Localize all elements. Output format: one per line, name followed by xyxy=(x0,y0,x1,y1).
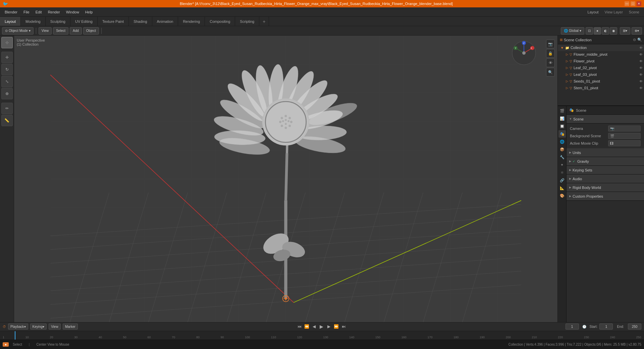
camera-value[interactable]: 📷 xyxy=(608,126,641,132)
outliner-item-flower-middle[interactable]: ▷ ▽ Flower_middle_pivot 👁 xyxy=(558,51,644,58)
outliner-filter-btn[interactable]: ⊝ xyxy=(633,38,636,42)
section-custom-props[interactable]: ▶ Custom Properties xyxy=(567,192,644,201)
jump-end-btn[interactable]: ⏭ xyxy=(340,323,347,330)
outliner-item-leaf02[interactable]: ▷ ▽ Leaf_02_pivot 👁 xyxy=(558,64,644,71)
object-props-icon[interactable]: 📦 xyxy=(558,146,566,153)
world-props-icon[interactable]: 🌐 xyxy=(558,138,566,145)
outliner-item-stem[interactable]: ▷ ▽ Stem_01_pivot 👁 xyxy=(558,85,644,91)
tab-rendering[interactable]: Rendering xyxy=(178,17,205,26)
select-menu[interactable]: Select xyxy=(53,27,68,35)
tab-animation[interactable]: Animation xyxy=(152,17,178,26)
constraints-icon[interactable]: 🔗 xyxy=(558,177,566,184)
maximize-button[interactable]: □ xyxy=(631,1,635,6)
data-icon[interactable]: 📐 xyxy=(558,184,566,192)
object-mode-dropdown[interactable]: ⊙ Object Mode ▾ xyxy=(2,27,34,35)
tab-uv-editing[interactable]: UV Editing xyxy=(70,17,98,26)
camera-view-btn[interactable]: 📷 xyxy=(546,40,555,48)
tab-scripting[interactable]: Scripting xyxy=(235,17,259,26)
outliner-search-btn[interactable]: 🔍 xyxy=(637,38,642,42)
render-btn[interactable]: ◉ xyxy=(610,27,617,35)
menu-render[interactable]: Render xyxy=(45,9,63,15)
viewport-3d[interactable]: User Perspective (1) Collection X Y Z xyxy=(14,36,557,322)
section-keying-sets[interactable]: ▶ Keying Sets xyxy=(567,166,644,174)
tab-add[interactable]: + xyxy=(259,17,269,26)
view-menu[interactable]: View xyxy=(39,27,52,35)
outliner-collection-row[interactable]: ▼ 📁 Collection 👁 xyxy=(558,44,644,51)
navigation-gizmo[interactable]: X Y Z xyxy=(511,40,537,66)
view-layer-icon[interactable]: 🔲 xyxy=(558,122,566,130)
search-btn[interactable]: 🔍 xyxy=(546,68,555,77)
gravity-checkbox[interactable]: ✓ xyxy=(573,160,575,163)
timeline-ruler[interactable]: 1 10 20 30 40 50 60 70 80 90 100 110 120… xyxy=(0,331,644,340)
menu-blender[interactable]: Blender xyxy=(2,9,20,15)
section-units[interactable]: ▶ Units xyxy=(567,148,644,157)
item-vis-icon[interactable]: 👁 xyxy=(639,59,643,63)
item-vis-icon[interactable]: 👁 xyxy=(639,53,643,56)
collection-vis-icon[interactable]: 👁 xyxy=(639,46,643,50)
menu-edit[interactable]: Edit xyxy=(33,9,45,15)
output-props-icon[interactable]: 📊 xyxy=(558,115,566,122)
particles-icon[interactable]: ✦ xyxy=(558,161,566,168)
item-vis-icon[interactable]: 👁 xyxy=(639,73,643,77)
section-scene[interactable]: ▼ Scene xyxy=(567,115,644,123)
next-frame-btn[interactable]: ▶ xyxy=(326,323,332,330)
minimize-button[interactable]: — xyxy=(625,1,629,6)
tool-annotate[interactable]: ✏ xyxy=(1,103,13,114)
material-btn[interactable]: ◐ xyxy=(602,27,609,35)
tool-measure[interactable]: 📏 xyxy=(1,115,13,126)
next-keyframe-btn[interactable]: ⏩ xyxy=(333,323,340,330)
modifiers-icon[interactable]: 🔧 xyxy=(558,153,566,161)
menu-window[interactable]: Window xyxy=(63,9,82,15)
prev-frame-btn[interactable]: ◀ xyxy=(311,323,318,330)
add-menu[interactable]: Add xyxy=(70,27,82,35)
end-frame-input[interactable] xyxy=(628,323,641,330)
render-props-icon[interactable]: 🎬 xyxy=(558,107,566,114)
playback-menu[interactable]: Playback ▾ xyxy=(8,323,28,330)
marker-menu[interactable]: Marker xyxy=(63,323,78,330)
scene-props-icon[interactable]: 🎭 xyxy=(558,130,566,138)
tool-rotate[interactable]: ↻ xyxy=(1,64,13,75)
tab-shading[interactable]: Shading xyxy=(129,17,152,26)
item-vis-icon[interactable]: 👁 xyxy=(639,86,643,90)
overlay-btn[interactable]: ⊞▾ xyxy=(620,27,630,35)
tab-modeling[interactable]: Modeling xyxy=(21,17,46,26)
physics-icon[interactable]: ⚛ xyxy=(558,169,566,176)
title-bar: 🐦 Blender* [A:\!!conv_3\12\Black_Eyed_Su… xyxy=(0,0,644,7)
tool-select[interactable]: ⊹ xyxy=(1,37,13,48)
view-menu[interactable]: View xyxy=(49,323,61,330)
lock-view-btn[interactable]: 🔒 xyxy=(546,49,555,58)
section-rigid-body[interactable]: ▶ Rigid Body World xyxy=(567,183,644,192)
transform-global-dropdown[interactable]: 🌐 Global ▾ xyxy=(561,27,584,35)
current-frame-input[interactable] xyxy=(566,323,579,330)
fly-walk-btn[interactable]: 👁 xyxy=(546,58,555,67)
start-frame-input[interactable] xyxy=(599,323,613,330)
outliner-item-flower[interactable]: ▷ ▽ Flower_pivot 👁 xyxy=(558,58,644,64)
bg-scene-value[interactable]: 🎬 xyxy=(608,133,641,139)
tab-texture-paint[interactable]: Texture Paint xyxy=(98,17,129,26)
outliner-item-seeds[interactable]: ▷ ▽ Seeds_01_pivot 👁 xyxy=(558,78,644,85)
outliner-item-leaf03[interactable]: ▷ ▽ Leaf_03_pivot 👁 xyxy=(558,71,644,78)
play-btn[interactable]: ▶ xyxy=(318,323,325,330)
close-button[interactable]: ✕ xyxy=(637,1,641,6)
wireframe-btn[interactable]: ⊡ xyxy=(586,27,593,35)
tab-layout[interactable]: Layout xyxy=(0,17,21,26)
tool-move[interactable]: ✛ xyxy=(1,52,13,63)
item-vis-icon[interactable]: 👁 xyxy=(639,66,643,70)
tab-compositing[interactable]: Compositing xyxy=(205,17,235,26)
object-menu[interactable]: Object xyxy=(83,27,99,35)
movie-clip-value[interactable]: 🎞 xyxy=(608,140,641,146)
section-gravity[interactable]: ▶ ✓ Gravity xyxy=(567,157,644,166)
jump-start-btn[interactable]: ⏮ xyxy=(296,323,303,330)
item-vis-icon[interactable]: 👁 xyxy=(639,80,643,83)
prev-keyframe-btn[interactable]: ⏪ xyxy=(304,323,310,330)
menu-help[interactable]: Help xyxy=(83,9,96,15)
section-audio[interactable]: ▶ Audio xyxy=(567,174,644,183)
gizmo-btn[interactable]: ⊕▾ xyxy=(632,27,642,35)
keying-menu[interactable]: Keying ▾ xyxy=(30,323,47,330)
material-icon[interactable]: 🎨 xyxy=(558,192,566,199)
solid-btn[interactable]: ● xyxy=(594,27,601,35)
menu-file[interactable]: File xyxy=(21,9,32,15)
tab-sculpting[interactable]: Sculpting xyxy=(46,17,70,26)
tool-transform[interactable]: ⊕ xyxy=(1,88,13,99)
tool-scale[interactable]: ⤡ xyxy=(1,76,13,87)
